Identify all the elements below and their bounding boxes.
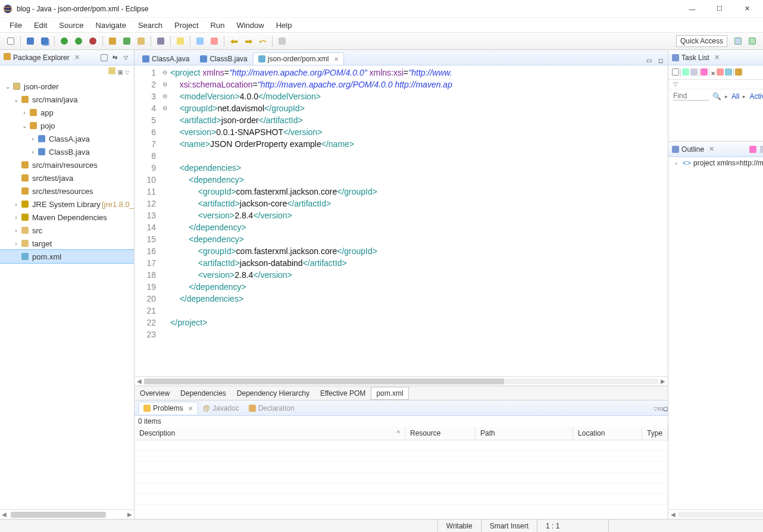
new-class-button[interactable] [120,35,133,48]
close-button[interactable]: ✕ [733,0,761,18]
tab-problems[interactable]: Problems✕ [138,402,198,414]
view-close-icon[interactable]: ✕ [714,54,720,61]
task-menu-icon[interactable]: ▽ [668,80,763,89]
tree-maven-deps[interactable]: ›Maven Dependencies [0,211,134,224]
tree-pom[interactable]: pom.xml [0,250,134,263]
nav-forward-button[interactable]: ➡ [242,35,255,48]
btab-dep-hierarchy[interactable]: Dependency Hierarchy [232,387,315,400]
problems-maximize-icon[interactable]: ◻ [663,404,668,412]
tab-close-icon[interactable]: ✕ [188,405,193,412]
debug-button[interactable] [58,35,71,48]
menu-navigate[interactable]: Navigate [90,20,132,31]
save-all-button[interactable] [38,35,51,48]
outline-sort-icon[interactable] [759,145,763,154]
tree-classa[interactable]: ›ClassA.java [0,132,134,145]
tree-src-main-java[interactable]: ⌄src/main/java [0,93,134,106]
btab-dependencies[interactable]: Dependencies [175,387,232,400]
editor-maximize-icon[interactable]: ◻ [656,55,665,65]
explorer-hscrollbar[interactable]: ◀ ▶ [0,509,134,519]
search-icon[interactable]: 🔍 [712,92,721,101]
collapse-all-icon[interactable] [99,53,109,62]
categorize-icon[interactable] [682,67,689,78]
editor-hscrollbar[interactable]: ◀▶ [135,376,668,386]
search-button[interactable] [174,35,187,48]
new-folder-button[interactable] [135,35,148,48]
outline-focus-icon[interactable] [748,145,758,154]
pin-button[interactable] [276,35,289,48]
minimize-button[interactable]: — [678,0,706,18]
task-activate-link[interactable]: Activate... [749,92,763,101]
new-button[interactable] [4,35,17,48]
outline-item-project[interactable]: › <> project xmlns=http://maven.apach [668,157,763,169]
tab-classb[interactable]: ClassB.java [195,52,252,65]
perspective-java-button[interactable] [746,35,759,48]
menu-source[interactable]: Source [53,20,89,31]
menu-project[interactable]: Project [168,20,204,31]
save-button[interactable] [24,35,37,48]
tree-src-main-resources[interactable]: src/main/resources [0,158,134,171]
col-resource[interactable]: Resource [405,427,476,440]
col-type[interactable]: Type [642,427,668,440]
btab-effective-pom[interactable]: Effective POM [315,387,371,400]
view-close-icon[interactable]: ✕ [709,145,714,153]
task-link-editor-icon[interactable] [735,67,742,78]
task-list-body[interactable] [668,103,763,141]
problems-view-menu-icon[interactable]: ▽ [653,404,658,412]
annotate-button[interactable] [208,35,221,48]
filter-icon[interactable] [108,66,115,77]
menu-edit[interactable]: Edit [28,20,53,31]
maximize-button[interactable]: ☐ [706,0,733,18]
nav-last-edit-button[interactable]: ⤺ [256,35,269,48]
tree-src-test-resources[interactable]: src/test/resources [0,184,134,198]
problems-table[interactable]: Description^ Resource Path Location Type [135,427,668,519]
tab-classa[interactable]: ClassA.java [137,52,195,65]
toggle-mark-button[interactable] [193,35,207,48]
view-close-icon[interactable]: ✕ [74,54,80,61]
package-explorer-tree[interactable]: ⌄json-order ⌄src/main/java ›app ⌄pojo ›C… [0,77,134,509]
problems-minimize-icon[interactable]: ▭ [658,404,663,412]
nav-back-button[interactable]: ⬅ [227,35,240,48]
code-editor[interactable]: 1234567891011121314151617181920212223 ⊖⊖… [135,65,668,376]
btab-pomxml[interactable]: pom.xml [371,387,408,400]
schedule-icon[interactable] [690,67,698,78]
run-last-button[interactable] [86,35,99,48]
run-button[interactable] [72,35,85,48]
perspective-resource-button[interactable] [731,35,745,48]
outline-hscrollbar[interactable]: ◀▶ [668,509,763,519]
menu-window[interactable]: Window [230,20,270,31]
tab-declaration[interactable]: Declaration [244,402,299,414]
task-all-link[interactable]: All [731,92,739,101]
col-path[interactable]: Path [476,427,573,440]
editor-minimize-icon[interactable]: ▭ [644,55,653,65]
menu-run[interactable]: Run [205,20,231,31]
menu-search[interactable]: Search [132,20,168,31]
explorer-menu-icon[interactable]: ▽ [125,66,129,77]
tree-target[interactable]: ›target [0,237,134,250]
btab-overview[interactable]: Overview [135,387,175,400]
tree-pkg-pojo[interactable]: ⌄pojo [0,119,134,132]
focus-task-icon[interactable] [701,67,708,78]
tree-src-folder[interactable]: ›src [0,224,134,237]
view-menu-icon[interactable]: ▽ [121,53,130,62]
col-location[interactable]: Location [573,427,642,440]
link-editor-icon[interactable]: ⇆ [110,53,120,62]
tree-src-test-java[interactable]: src/test/java [0,171,134,184]
open-type-button[interactable] [154,35,167,48]
new-task-icon[interactable] [672,67,679,78]
collapse-icon[interactable]: ✕ [711,67,715,78]
col-description[interactable]: Description^ [135,427,405,440]
tab-pom[interactable]: json-order/pom.xml✕ [253,52,344,65]
menu-help[interactable]: Help [270,20,298,31]
tab-javadoc[interactable]: @ Javadoc [198,402,244,414]
task-find-input[interactable] [673,92,709,101]
tab-close-icon[interactable]: ✕ [334,56,339,62]
tree-jre[interactable]: ›JRE System Library [jre1.8.0_ [0,198,134,211]
tree-classb[interactable]: ›ClassB.java [0,145,134,158]
filter-task-icon[interactable] [717,67,724,78]
quick-access-input[interactable]: Quick Access [676,35,727,47]
fold-gutter[interactable]: ⊖⊖⊖⊖ [161,65,169,376]
menu-file[interactable]: File [4,20,28,31]
tree-pkg-app[interactable]: ›app [0,106,134,119]
code-area[interactable]: <project xmlns="http://maven.apache.org/… [169,65,668,376]
tree-project[interactable]: ⌄json-order [0,80,134,93]
